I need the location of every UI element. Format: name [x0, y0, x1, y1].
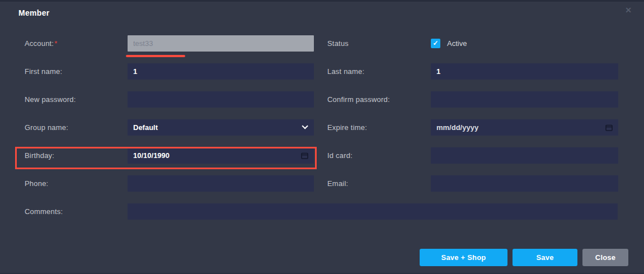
comments-input[interactable]: [128, 203, 618, 220]
expire-time-date-input[interactable]: mm/dd/yyyy: [431, 119, 618, 136]
field-confirm-password: Confirm password:: [327, 91, 618, 108]
group-name-label: Group name:: [25, 123, 128, 132]
field-expire-time: Expire time: mm/dd/yyyy: [327, 119, 618, 136]
account-label: Account:*: [25, 39, 128, 48]
active-checkbox-label[interactable]: Active: [447, 39, 467, 48]
phone-input[interactable]: [128, 175, 314, 192]
required-asterisk: *: [54, 39, 57, 48]
form-row-phone-email: Phone: Email:: [25, 169, 644, 197]
comments-label: Comments:: [25, 207, 128, 216]
field-email: Email:: [327, 175, 618, 192]
expire-time-label: Expire time:: [327, 123, 431, 132]
active-checkbox[interactable]: ✓: [431, 39, 440, 48]
field-id-card: Id card:: [327, 147, 618, 164]
birthday-label: Birthday:: [25, 151, 128, 160]
birthday-date-input[interactable]: 10/10/1990: [128, 147, 314, 164]
first-name-label: First name:: [25, 67, 128, 76]
form-row-group-expire: Group name: Default Expire time: mm/dd/y…: [25, 113, 644, 141]
birthday-value: 10/10/1990: [133, 151, 170, 160]
save-shop-button[interactable]: Save + Shop: [420, 249, 507, 266]
field-group-name: Group name: Default: [25, 119, 314, 136]
close-icon[interactable]: ✕: [625, 6, 632, 15]
group-name-select[interactable]: Default: [128, 119, 314, 136]
field-status: Status ✓ Active: [327, 39, 618, 48]
confirm-password-label: Confirm password:: [327, 95, 431, 104]
new-password-input[interactable]: [128, 91, 314, 108]
form-row-names: First name: Last name:: [25, 57, 644, 85]
expire-time-placeholder: mm/dd/yyyy: [436, 123, 478, 132]
member-modal: Member ✕ Account:* Status ✓ Active: [0, 0, 644, 274]
form-row-passwords: New password: Confirm password:: [25, 85, 644, 113]
first-name-input[interactable]: [128, 63, 314, 80]
close-button[interactable]: Close: [582, 249, 628, 266]
id-card-label: Id card:: [327, 151, 431, 160]
id-card-input[interactable]: [431, 147, 618, 164]
footer-buttons: Save + Shop Save Close: [420, 249, 628, 266]
calendar-icon[interactable]: [605, 124, 613, 131]
field-last-name: Last name:: [327, 63, 618, 80]
active-checkbox-wrap[interactable]: ✓ Active: [431, 39, 467, 48]
modal-title: Member: [18, 8, 49, 17]
field-first-name: First name:: [25, 63, 314, 80]
email-input[interactable]: [431, 175, 618, 192]
group-name-value: Default: [133, 123, 158, 132]
field-birthday: Birthday: 10/10/1990: [25, 147, 314, 164]
check-icon: ✓: [433, 39, 438, 47]
form-row-birthday-idcard: Birthday: 10/10/1990 Id card:: [25, 141, 644, 169]
field-account: Account:*: [25, 35, 314, 52]
form-row-comments: Comments:: [25, 197, 644, 225]
field-new-password: New password:: [25, 91, 314, 108]
new-password-label: New password:: [25, 95, 128, 104]
email-label: Email:: [327, 179, 431, 188]
member-form: Account:* Status ✓ Active First name:: [0, 29, 644, 225]
last-name-input[interactable]: [431, 63, 618, 80]
field-phone: Phone:: [25, 175, 314, 192]
form-row-account-status: Account:* Status ✓ Active: [25, 29, 644, 57]
chevron-down-icon: [302, 123, 308, 129]
calendar-icon[interactable]: [301, 152, 308, 159]
phone-label: Phone:: [25, 179, 128, 188]
last-name-label: Last name:: [327, 67, 431, 76]
account-input[interactable]: [128, 35, 314, 52]
status-label: Status: [327, 39, 431, 48]
confirm-password-input[interactable]: [431, 91, 618, 108]
save-button[interactable]: Save: [513, 249, 577, 266]
